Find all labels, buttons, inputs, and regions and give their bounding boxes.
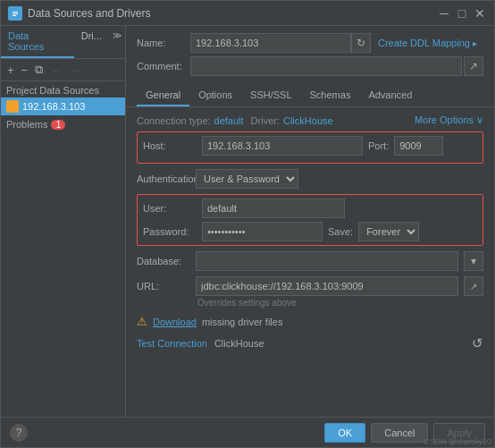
password-label: Password: — [143, 226, 197, 237]
user-input[interactable] — [202, 199, 345, 218]
password-input[interactable] — [202, 222, 323, 241]
window-title: Data Sources and Drivers — [28, 7, 437, 20]
db-label: Database: — [137, 256, 190, 266]
download-row: ⚠ Download missing driver files — [137, 315, 483, 328]
save-select[interactable]: Forever — [358, 222, 419, 241]
main-window: Data Sources and Drivers ─ □ ✕ Data Sour… — [0, 0, 495, 448]
ok-button[interactable]: OK — [324, 423, 365, 443]
problems-label: Problems 1 — [6, 119, 120, 130]
db-input[interactable] — [196, 251, 458, 271]
tab-more-icon: ≫ — [109, 26, 125, 58]
host-row: Host: Port: — [143, 136, 477, 156]
help-button[interactable]: ? — [10, 424, 28, 442]
host-port-box: Host: Port: — [137, 131, 483, 164]
auth-label: Authentication: — [137, 173, 190, 184]
test-connection-link[interactable]: Test Connection — [137, 338, 207, 349]
add-datasource-button[interactable]: + — [4, 62, 17, 79]
tab-bar: General Options SSH/SSL Schemas Advanced — [126, 85, 494, 107]
svg-rect-1 — [13, 12, 18, 13]
bottom-left: ? — [10, 424, 28, 442]
url-row: URL: ↗ — [137, 276, 483, 296]
bottom-bar: ? OK Cancel Apply — [1, 417, 494, 447]
copy-datasource-button[interactable]: ⧉ — [32, 61, 46, 79]
test-reset-button[interactable]: ↺ — [472, 335, 483, 351]
host-input[interactable] — [202, 136, 363, 156]
port-input[interactable] — [394, 136, 443, 156]
problems-section: Problems 1 — [1, 115, 125, 133]
comment-row: Comment: ↗ — [137, 56, 483, 76]
download-text: missing driver files — [202, 317, 282, 327]
comment-input[interactable] — [190, 56, 462, 76]
minimize-button[interactable]: ─ — [437, 6, 451, 21]
title-bar: Data Sources and Drivers ─ □ ✕ — [1, 1, 494, 26]
user-label: User: — [143, 203, 197, 214]
conn-type-value: default — [214, 115, 244, 126]
user-pass-box: User: Password: Save: Forever — [137, 194, 483, 246]
test-connection-driver: ClickHouse — [214, 338, 264, 349]
name-input[interactable] — [190, 33, 351, 53]
cancel-button[interactable]: Cancel — [371, 423, 428, 443]
tab-sshssl[interactable]: SSH/SSL — [241, 85, 300, 106]
save-label: Save: — [328, 226, 353, 237]
url-label: URL: — [137, 281, 190, 292]
datasource-label: 192.168.3.103 — [22, 101, 85, 112]
svg-rect-3 — [13, 15, 16, 16]
driver-value: ClickHouse — [283, 115, 333, 126]
url-input[interactable] — [196, 276, 458, 296]
comment-label: Comment: — [137, 61, 190, 72]
download-link[interactable]: Download — [153, 317, 197, 327]
datasource-item-192168[interactable]: 192.168.3.103 — [1, 97, 125, 115]
tab-content-general: Connection type: default Driver: ClickHo… — [126, 107, 494, 417]
left-panel: Data Sources Dri... ≫ + − ⧉ ← → Project … — [1, 26, 126, 417]
tab-options[interactable]: Options — [189, 85, 241, 106]
left-toolbar: + − ⧉ ← → — [1, 59, 125, 81]
name-row: Name: ↻ Create DDL Mapping ▸ — [137, 33, 483, 53]
url-external-button[interactable]: ↗ — [464, 276, 483, 296]
window-controls: ─ □ ✕ — [437, 6, 487, 21]
forward-button[interactable]: → — [66, 62, 83, 79]
left-tab-bar: Data Sources Dri... ≫ — [1, 26, 125, 59]
tab-drivers[interactable]: Dri... — [74, 26, 109, 58]
driver-label: Driver: — [251, 115, 280, 126]
ddl-arrow-icon: ▸ — [473, 38, 477, 48]
form-header: Name: ↻ Create DDL Mapping ▸ Comment: ↗ — [126, 26, 494, 83]
user-row: User: — [143, 199, 477, 218]
warning-icon: ⚠ — [137, 315, 147, 328]
conn-type-row: Connection type: default Driver: ClickHo… — [137, 114, 483, 126]
more-options-link[interactable]: More Options ∨ — [415, 114, 483, 126]
database-row: Database: ▾ — [137, 251, 483, 271]
overrides-text: Overrides settings above — [197, 298, 483, 308]
create-ddl-text: Create DDL Mapping — [378, 38, 470, 48]
auth-select[interactable]: User & Password — [196, 169, 298, 189]
db-dropdown-button[interactable]: ▾ — [464, 251, 483, 271]
tab-schemas[interactable]: Schemas — [301, 85, 360, 106]
comment-expand-button[interactable]: ↗ — [464, 56, 483, 76]
problems-text: Problems — [6, 119, 47, 130]
auth-row: Authentication: User & Password — [137, 169, 483, 189]
password-row: Password: Save: Forever — [143, 222, 477, 241]
host-label: Host: — [143, 140, 197, 151]
tab-advanced[interactable]: Advanced — [359, 85, 421, 106]
datasource-icon — [6, 100, 19, 113]
project-data-sources-label: Project Data Sources — [1, 81, 125, 97]
back-button[interactable]: ← — [47, 62, 64, 79]
main-content: Data Sources Dri... ≫ + − ⧉ ← → Project … — [1, 26, 494, 417]
app-icon — [8, 6, 22, 21]
create-ddl-link[interactable]: Create DDL Mapping ▸ — [378, 38, 477, 48]
name-label: Name: — [137, 38, 190, 48]
port-label: Port: — [368, 140, 389, 151]
maximize-button[interactable]: □ — [455, 6, 469, 21]
tab-general[interactable]: General — [137, 85, 189, 106]
close-button[interactable]: ✕ — [473, 6, 487, 21]
watermark: CSDN @starsky20 — [424, 437, 491, 446]
right-panel: Name: ↻ Create DDL Mapping ▸ Comment: ↗ … — [126, 26, 494, 417]
test-connection-row: Test Connection ClickHouse ↺ — [137, 335, 483, 351]
problems-badge: 1 — [51, 120, 65, 130]
conn-type-label: Connection type: — [137, 115, 211, 126]
tab-data-sources[interactable]: Data Sources — [1, 26, 74, 58]
remove-datasource-button[interactable]: − — [19, 62, 31, 79]
svg-rect-2 — [13, 13, 18, 14]
refresh-button[interactable]: ↻ — [351, 33, 371, 53]
